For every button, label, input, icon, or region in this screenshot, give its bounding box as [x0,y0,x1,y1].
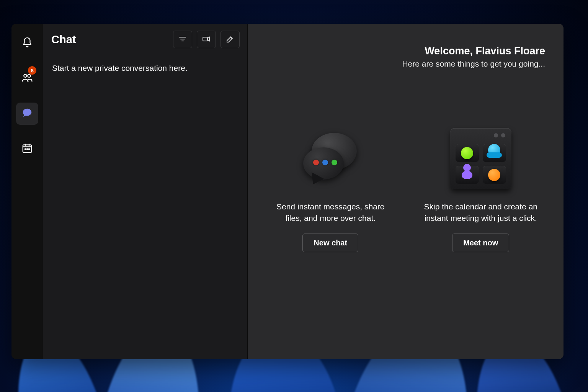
activity-badge: 8 [28,66,36,75]
chat-icon [21,107,33,120]
nav-chat[interactable] [16,103,38,125]
svg-point-4 [27,149,28,150]
teams-window: 8 Chat [11,24,564,359]
card-text: Send instant messages, share files, and … [271,201,390,224]
video-icon [202,34,211,45]
meeting-illustration [448,126,513,191]
welcome-card-meet: Skip the calendar and create an instant … [421,126,540,252]
nav-rail: 8 [11,24,43,359]
chat-list-panel: Chat Start a new private conversation he… [43,24,248,359]
welcome-subtitle: Here are some things to get you going... [263,59,545,69]
welcome-cards: Send instant messages, share files, and … [263,126,548,252]
filter-icon [178,34,187,45]
filter-button[interactable] [173,31,192,48]
nav-community[interactable]: 8 [16,67,38,90]
nav-calendar[interactable] [16,138,38,160]
meet-now-card-button[interactable]: Meet now [452,234,509,252]
chat-header: Chat [43,24,247,48]
welcome-title: Welcome, Flavius Floare [263,45,545,57]
svg-point-3 [25,149,26,150]
svg-point-0 [24,74,27,77]
compose-icon [225,34,235,45]
new-chat-card-button[interactable]: New chat [302,234,358,252]
chat-empty-text: Start a new private conversation here. [43,48,247,88]
meet-video-button[interactable] [197,31,216,48]
card-text: Skip the calendar and create an instant … [421,201,540,224]
chat-title: Chat [51,33,168,46]
svg-rect-6 [203,37,207,41]
nav-activity[interactable] [16,32,38,54]
chat-illustration [298,126,363,191]
svg-point-1 [28,74,31,77]
welcome-header: Welcome, Flavius Floare Here are some th… [263,45,548,69]
welcome-panel: Welcome, Flavius Floare Here are some th… [248,24,564,359]
welcome-card-chat: Send instant messages, share files, and … [271,126,390,252]
bell-icon [21,37,33,50]
new-chat-button[interactable] [220,31,240,48]
svg-point-5 [29,149,30,150]
calendar-icon [21,142,33,155]
